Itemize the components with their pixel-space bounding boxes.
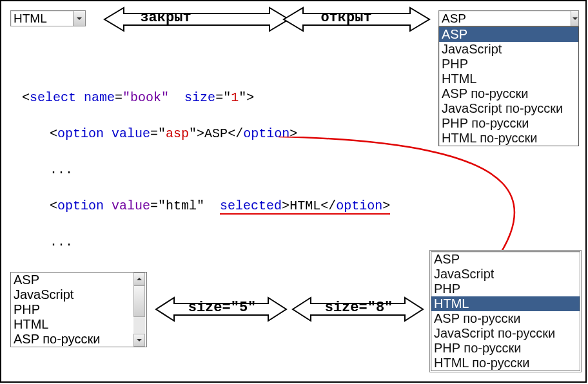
dropdown-button-open[interactable]	[571, 11, 578, 26]
list-item[interactable]: JavaScript	[11, 287, 133, 302]
open-combobox-value: ASP	[439, 11, 571, 26]
list-item[interactable]: JavaScript	[431, 267, 580, 282]
label-size5: size="5"	[179, 300, 266, 316]
list-item[interactable]: HTML по-русски	[439, 131, 578, 146]
list-item[interactable]: JavaScript по-русски	[439, 101, 578, 116]
diagram-frame: HTML закрыт открыт ASP ASP JavaScript PH…	[0, 0, 587, 383]
list-item[interactable]: PHP	[11, 302, 133, 317]
list-item[interactable]: ASP	[431, 252, 580, 267]
list-item[interactable]: JavaScript	[439, 42, 578, 57]
list-item[interactable]: ASP по-русски	[439, 86, 578, 101]
list-item[interactable]: ASP	[11, 273, 133, 287]
list-item[interactable]: PHP	[439, 57, 578, 72]
scroll-up-button[interactable]	[133, 273, 145, 285]
list-item[interactable]: HTML	[11, 317, 133, 332]
scrollbar[interactable]	[133, 273, 145, 347]
dropdown-button[interactable]	[73, 11, 85, 26]
list-item[interactable]: JavaScript по-русски	[431, 326, 580, 341]
scroll-track[interactable]	[133, 285, 145, 334]
list-item[interactable]: PHP по-русски	[431, 341, 580, 356]
chevron-up-icon	[136, 276, 142, 282]
closed-combobox-value: HTML	[11, 11, 73, 26]
list-item[interactable]: HTML	[431, 296, 580, 311]
listbox-size8[interactable]: ASP JavaScript PHP HTML ASP по-русски Ja…	[429, 250, 582, 372]
list-item[interactable]: ASP	[439, 27, 578, 42]
list-item[interactable]: ASP по-русски	[11, 332, 133, 347]
scroll-down-button[interactable]	[133, 334, 145, 347]
list-item[interactable]: ASP по-русски	[431, 311, 580, 326]
scroll-thumb[interactable]	[133, 285, 145, 317]
chevron-down-icon	[136, 337, 142, 343]
listbox-size5[interactable]: ASP JavaScript PHP HTML ASP по-русски	[10, 272, 147, 347]
chevron-down-icon	[76, 15, 83, 22]
closed-combobox[interactable]: HTML	[10, 10, 86, 26]
list-item[interactable]: HTML	[439, 72, 578, 86]
open-combobox-header[interactable]: ASP	[438, 10, 579, 26]
label-open: открыт	[311, 10, 382, 26]
open-combobox-list[interactable]: ASP JavaScript PHP HTML ASP по-русски Ja…	[438, 26, 579, 146]
list-item[interactable]: PHP	[431, 282, 580, 296]
label-size8: size="8"	[315, 300, 402, 316]
chevron-down-icon	[572, 15, 578, 22]
list-item[interactable]: PHP по-русски	[439, 116, 578, 131]
list-item[interactable]: HTML по-русски	[431, 356, 580, 370]
label-closed: закрыт	[130, 10, 201, 26]
